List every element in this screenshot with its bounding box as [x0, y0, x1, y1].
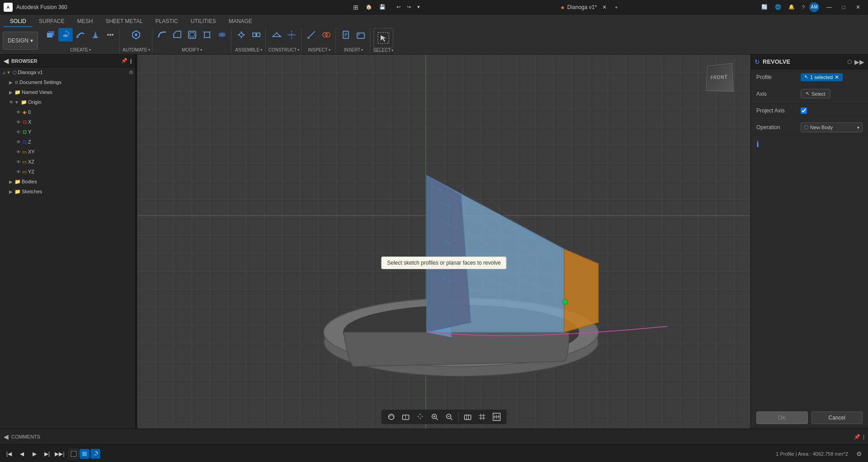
grid-display-btn[interactable]: [476, 411, 489, 422]
browser-item-xz[interactable]: 👁 ▭ XZ: [0, 157, 135, 167]
3d-model[interactable]: [137, 55, 750, 429]
ok-button[interactable]: OK: [756, 411, 808, 424]
zoom-out-btn[interactable]: [443, 411, 456, 422]
project-axis-checkbox[interactable]: [801, 107, 807, 114]
browser-btn[interactable]: 🌐: [772, 2, 784, 13]
settings-dianoga[interactable]: ⚙: [129, 70, 133, 75]
grid-menu-button[interactable]: ⊞: [350, 2, 361, 13]
chamfer-btn[interactable]: [170, 28, 184, 42]
tab-mesh[interactable]: MESH: [71, 16, 99, 27]
timeline-next-btn[interactable]: ▶|: [42, 448, 52, 459]
fit-btn[interactable]: [400, 411, 412, 422]
eye-icon-dianoga[interactable]: ⊿: [2, 70, 5, 75]
comments-back[interactable]: ◀: [4, 433, 9, 440]
tab-sheet-metal[interactable]: SHEET METAL: [99, 16, 149, 27]
browser-item-dianoga[interactable]: ⊿ ▼ ⬡ Dianoga v1 ⚙: [0, 67, 135, 77]
home-button[interactable]: 🏠: [363, 2, 375, 13]
joint-btn[interactable]: [234, 28, 249, 42]
env-display-btn[interactable]: [491, 411, 503, 422]
tab-surface[interactable]: SURFACE: [33, 16, 71, 27]
expand-named-views[interactable]: ▶: [9, 90, 13, 95]
browser-item-bodies[interactable]: ▶ 📁 Bodies: [0, 177, 135, 187]
select-tool-btn[interactable]: [373, 28, 393, 48]
minimize-button[interactable]: —: [823, 3, 835, 12]
midplane-btn[interactable]: [284, 28, 299, 42]
panel-side-arrow[interactable]: ▶▶: [854, 58, 864, 65]
timeline-end-btn[interactable]: ▶▶|: [54, 448, 65, 459]
operation-select-btn[interactable]: ⬡ New Body ▾: [801, 122, 863, 132]
extrude-tool[interactable]: [43, 28, 58, 42]
browser-item-y[interactable]: 👁 ⊡ Y: [0, 127, 135, 137]
tab-plastic[interactable]: PLASTIC: [149, 16, 184, 27]
expand-bodies[interactable]: ▶: [9, 179, 13, 184]
eye-icon-origin[interactable]: 👁: [9, 100, 14, 105]
display-mode-btn[interactable]: [462, 411, 474, 422]
interference-btn[interactable]: [319, 28, 334, 42]
redo-arrow[interactable]: ▾: [415, 2, 423, 13]
browser-item-o[interactable]: 👁 ◈ 0: [0, 107, 135, 117]
offset-plane-btn[interactable]: [269, 28, 284, 42]
zoom-btn[interactable]: [429, 411, 441, 422]
sweep-tool[interactable]: [73, 28, 88, 42]
loft-tool[interactable]: [88, 28, 103, 42]
browser-expand[interactable]: |: [130, 58, 132, 64]
decal-btn[interactable]: [354, 28, 368, 42]
fillet-btn[interactable]: [155, 28, 170, 42]
design-dropdown[interactable]: DESIGN ▾: [3, 32, 38, 50]
browser-item-x[interactable]: 👁 ⊡ X: [0, 117, 135, 127]
measure-btn[interactable]: [304, 28, 319, 42]
insert-mcmaster-btn[interactable]: [339, 28, 353, 42]
shell-btn[interactable]: [185, 28, 199, 42]
browser-item-doc-settings[interactable]: ▶ ⚙ Document Settings: [0, 77, 135, 87]
expand-dianoga[interactable]: ▼: [6, 70, 11, 75]
profile-clear-btn[interactable]: ✕: [835, 74, 839, 80]
more-tools[interactable]: [103, 28, 118, 42]
panel-expand-btn[interactable]: ⬡: [847, 59, 852, 65]
expand-sketches[interactable]: ▶: [9, 189, 13, 194]
revolve-tool[interactable]: [58, 28, 73, 42]
timeline-select-icon[interactable]: [69, 449, 79, 459]
scale-btn[interactable]: [200, 28, 214, 42]
browser-back[interactable]: ◀: [4, 57, 9, 65]
automate-btn[interactable]: [129, 28, 143, 42]
axis-select-btn[interactable]: ↖ Select: [801, 89, 830, 98]
maximize-button[interactable]: □: [837, 3, 850, 12]
close-button[interactable]: ✕: [852, 3, 864, 12]
orbit-btn[interactable]: [385, 411, 398, 422]
browser-item-origin[interactable]: 👁 ▼ 📁 Origin: [0, 97, 135, 107]
timeline-revolve-icon[interactable]: [90, 449, 100, 459]
combine-btn[interactable]: [215, 28, 229, 42]
timeline-active-icon[interactable]: [80, 449, 90, 459]
help-home[interactable]: 🔄: [759, 2, 770, 13]
timeline-start-btn[interactable]: |◀: [4, 448, 14, 459]
cancel-button[interactable]: Cancel: [811, 411, 863, 424]
user-avatar[interactable]: AM: [809, 2, 819, 12]
expand-origin[interactable]: ▼: [14, 100, 19, 105]
browser-item-z[interactable]: 👁 ⊡ Z: [0, 137, 135, 147]
timeline-play-btn[interactable]: ▶: [29, 448, 40, 459]
redo-button[interactable]: ↪: [404, 2, 414, 13]
save-button[interactable]: 💾: [377, 2, 388, 13]
expand-doc[interactable]: ▶: [9, 80, 13, 85]
tab-manage[interactable]: MANAGE: [222, 16, 259, 27]
browser-item-sketches[interactable]: ▶ 📁 Sketches: [0, 187, 135, 196]
view-cube[interactable]: FRONT: [705, 64, 741, 100]
status-settings-btn[interactable]: ⚙: [854, 448, 864, 459]
undo-button[interactable]: ↩: [394, 2, 403, 13]
timeline-prev-btn[interactable]: ◀: [16, 448, 27, 459]
rigid-group-btn[interactable]: [249, 28, 264, 42]
comments-pin[interactable]: 📌: [854, 434, 860, 440]
tab-solid[interactable]: SOLID: [4, 16, 33, 27]
doc-close[interactable]: ✕: [599, 2, 609, 13]
browser-item-xy[interactable]: 👁 ▭ XY: [0, 147, 135, 157]
new-tab[interactable]: +: [612, 2, 620, 13]
browser-pin[interactable]: 📌: [121, 58, 127, 64]
tab-utilities[interactable]: UTILITIES: [184, 16, 222, 27]
pan-btn[interactable]: [414, 411, 427, 422]
notification-btn[interactable]: 🔔: [786, 2, 797, 13]
browser-item-named-views[interactable]: ▶ 📁 Named Views: [0, 87, 135, 97]
comments-expand[interactable]: |: [863, 434, 864, 439]
browser-item-yz[interactable]: 👁 ▭ YZ: [0, 167, 135, 177]
viewport[interactable]: Select sketch profiles or planar faces t…: [137, 55, 750, 429]
help-btn[interactable]: ?: [799, 2, 807, 13]
